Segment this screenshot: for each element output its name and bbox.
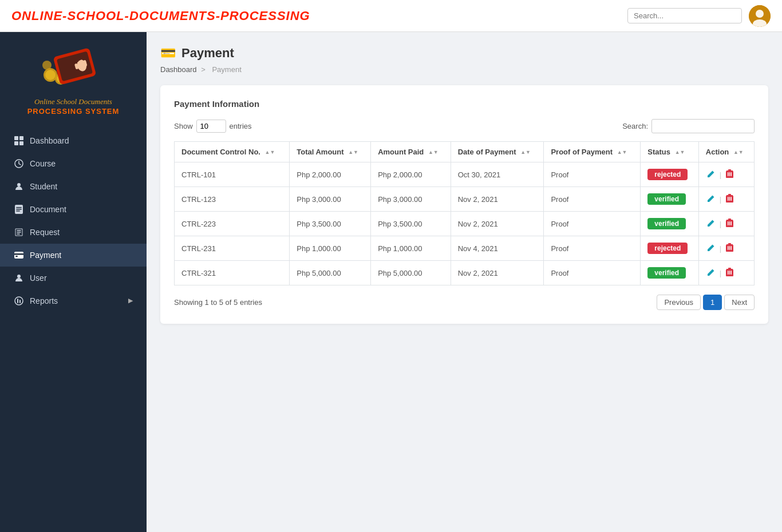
svg-rect-54 bbox=[729, 246, 730, 250]
col-date-payment[interactable]: Date of Payment ▲▼ bbox=[451, 142, 544, 162]
reports-icon bbox=[14, 296, 24, 306]
col-total-amount[interactable]: Total Amount ▲▼ bbox=[290, 142, 371, 162]
cell-ctrl-no: CTRL-223 bbox=[175, 212, 290, 236]
table-row: CTRL-101 Php 2,000.00 Php 2,000.00 Oct 3… bbox=[175, 162, 755, 187]
breadcrumb-separator: > bbox=[201, 65, 206, 74]
col-ctrl-no[interactable]: Document Control No. ▲▼ bbox=[175, 142, 290, 162]
col-proof[interactable]: Proof of Payment ▲▼ bbox=[544, 142, 641, 162]
svg-point-20 bbox=[17, 183, 21, 186]
cell-total-amount: Php 3,500.00 bbox=[290, 212, 371, 236]
pagination-info: Showing 1 to 5 of 5 entries bbox=[174, 298, 262, 307]
show-label: Show bbox=[174, 122, 193, 130]
cell-action: | bbox=[698, 261, 754, 285]
svg-rect-37 bbox=[731, 172, 732, 176]
status-badge: rejected bbox=[647, 169, 688, 180]
delete-button[interactable] bbox=[725, 267, 734, 279]
edit-button[interactable] bbox=[706, 267, 716, 279]
next-button[interactable]: Next bbox=[724, 295, 755, 310]
svg-rect-26 bbox=[14, 253, 23, 255]
sidebar-nav: Dashboard Course Student Document bbox=[0, 129, 147, 312]
sidebar-item-reports[interactable]: Reports ▶ bbox=[0, 289, 147, 312]
svg-rect-59 bbox=[728, 271, 729, 275]
col-amount-paid[interactable]: Amount Paid ▲▼ bbox=[371, 142, 451, 162]
svg-rect-42 bbox=[729, 197, 730, 201]
main-content: 💳 Payment Dashboard > Payment Payment In… bbox=[147, 32, 782, 532]
col-action[interactable]: Action ▲▼ bbox=[698, 142, 754, 162]
cell-ctrl-no: CTRL-321 bbox=[175, 261, 290, 285]
sidebar-item-course[interactable]: Course bbox=[0, 152, 147, 175]
status-badge: verified bbox=[647, 193, 686, 205]
action-buttons: | bbox=[706, 217, 747, 230]
user-icon bbox=[14, 273, 24, 283]
logo-image bbox=[39, 43, 108, 95]
action-buttons: | bbox=[706, 267, 747, 279]
cell-action: | bbox=[698, 212, 754, 236]
delete-button[interactable] bbox=[725, 242, 734, 255]
delete-button[interactable] bbox=[725, 168, 734, 181]
table-search-input[interactable] bbox=[651, 119, 755, 133]
layout: Online School Documents PROCESSING SYSTE… bbox=[0, 32, 782, 532]
svg-rect-47 bbox=[728, 221, 729, 225]
cell-status: verified bbox=[641, 187, 699, 212]
cell-ctrl-no: CTRL-123 bbox=[175, 187, 290, 212]
delete-button[interactable] bbox=[725, 217, 734, 230]
dashboard-label: Dashboard bbox=[30, 136, 133, 145]
cell-amount-paid: Php 3,500.00 bbox=[371, 212, 451, 236]
edit-button[interactable] bbox=[706, 193, 716, 205]
cell-amount-paid: Php 3,000.00 bbox=[371, 187, 451, 212]
breadcrumb: Dashboard > Payment bbox=[160, 65, 768, 74]
cell-total-amount: Php 2,000.00 bbox=[290, 162, 371, 187]
sidebar-item-request[interactable]: Request bbox=[0, 221, 147, 244]
payment-table: Document Control No. ▲▼ Total Amount ▲▼ … bbox=[174, 141, 755, 285]
header-right bbox=[627, 5, 771, 27]
delete-button[interactable] bbox=[725, 193, 734, 205]
cell-date-payment: Nov 2, 2021 bbox=[451, 261, 544, 285]
svg-rect-61 bbox=[731, 271, 732, 275]
cell-proof: Proof bbox=[544, 261, 641, 285]
page-title: Payment bbox=[181, 46, 234, 61]
page-1-button[interactable]: 1 bbox=[703, 295, 722, 310]
edit-button[interactable] bbox=[706, 169, 716, 181]
page-header: 💳 Payment bbox=[160, 46, 768, 61]
payment-label: Payment bbox=[30, 251, 133, 260]
edit-button[interactable] bbox=[706, 243, 716, 255]
sidebar-item-student[interactable]: Student bbox=[0, 175, 147, 198]
sidebar-item-dashboard[interactable]: Dashboard bbox=[0, 129, 147, 152]
sidebar-item-user[interactable]: User bbox=[0, 267, 147, 289]
cell-date-payment: Nov 2, 2021 bbox=[451, 187, 544, 212]
entries-label: entries bbox=[230, 122, 252, 130]
status-badge: rejected bbox=[647, 243, 688, 254]
sidebar-item-payment[interactable]: Payment bbox=[0, 244, 147, 267]
cell-amount-paid: Php 1,000.00 bbox=[371, 236, 451, 261]
breadcrumb-parent[interactable]: Dashboard bbox=[160, 65, 197, 74]
sort-amount-paid-icon: ▲▼ bbox=[428, 150, 439, 155]
global-search-input[interactable] bbox=[627, 8, 742, 23]
entries-input[interactable] bbox=[196, 120, 226, 133]
svg-rect-46 bbox=[726, 220, 733, 221]
sort-total-amount-icon: ▲▼ bbox=[348, 150, 358, 155]
request-label: Request bbox=[30, 228, 133, 237]
avatar[interactable] bbox=[749, 5, 771, 27]
svg-rect-35 bbox=[728, 172, 729, 176]
document-icon bbox=[14, 204, 24, 215]
previous-button[interactable]: Previous bbox=[657, 295, 701, 310]
col-status[interactable]: Status ▲▼ bbox=[641, 142, 699, 162]
cell-action: | bbox=[698, 162, 754, 187]
pagination-area: Showing 1 to 5 of 5 entries Previous 1 N… bbox=[174, 295, 755, 310]
svg-rect-24 bbox=[16, 211, 20, 212]
action-separator: | bbox=[720, 269, 721, 277]
action-buttons: | bbox=[706, 193, 747, 205]
breadcrumb-current: Payment bbox=[212, 65, 241, 74]
edit-button[interactable] bbox=[706, 218, 716, 230]
reports-arrow-icon: ▶ bbox=[128, 297, 133, 304]
action-separator: | bbox=[720, 220, 721, 228]
svg-rect-36 bbox=[729, 172, 730, 176]
cell-action: | bbox=[698, 187, 754, 212]
svg-point-28 bbox=[17, 275, 21, 278]
student-icon bbox=[14, 181, 24, 192]
user-label: User bbox=[30, 273, 133, 283]
dashboard-icon bbox=[14, 136, 24, 146]
logo-text-school: Online School Documents bbox=[34, 97, 112, 107]
sidebar-item-document[interactable]: Document bbox=[0, 198, 147, 221]
payment-card: Payment Information Show entries Search: bbox=[160, 85, 768, 324]
